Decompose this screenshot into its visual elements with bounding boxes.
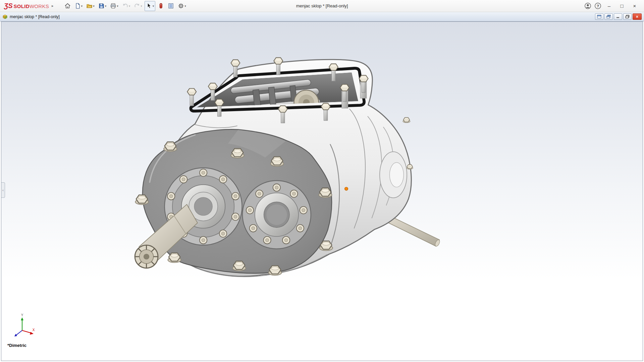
triad-x-arrow [30,332,34,335]
cascade-windows-icon [606,15,611,18]
document-minimize-button[interactable] [614,13,622,20]
tail-bolt [403,118,410,123]
secondary-bearing-cover [243,181,311,249]
undo-icon [122,3,128,9]
svg-text:?: ? [596,4,599,8]
document-window-controls: × [595,13,642,20]
save-icon [98,3,105,9]
account-icon [584,2,591,9]
brand-logo-icon: ƷS [4,2,13,10]
home-button[interactable] [63,1,72,11]
help-button[interactable]: ? [593,1,602,11]
maximize-button[interactable]: □ [616,1,628,11]
settings-dropdown-caret: ▾ [184,4,186,8]
feature-panel-collapse-tab[interactable]: ‹ [1,182,5,198]
settings-button[interactable]: ▾ [176,1,187,11]
undo-dropdown-caret: ▾ [129,4,130,8]
help-icon: ? [594,2,601,9]
orientation-triad: Y X [10,314,36,340]
mouse-gestures-icon [158,3,164,9]
gearbox-3d-view[interactable] [1,22,643,361]
solidworks-brand: ƷS SOLIDWORKS ▸ [3,2,56,10]
triad-y-label: Y [21,314,23,317]
save-dropdown-caret: ▾ [105,4,107,8]
redo-button[interactable]: ▾ [132,1,144,11]
redo-dropdown-caret: ▾ [141,4,142,8]
document-close-button[interactable]: × [633,13,642,20]
account-button[interactable] [583,1,592,11]
select-cursor-icon [146,3,152,9]
minimize-button[interactable]: – [603,1,615,11]
close-button[interactable]: × [629,1,641,11]
brand-name-light: WORKS [30,3,49,9]
open-dropdown-caret: ▾ [93,4,95,8]
brand-expand-icon[interactable]: ▸ [52,4,54,8]
minimize-icon [616,15,620,18]
open-folder-icon [86,3,93,9]
new-window-icon [597,15,601,18]
brand-name-bold: SOLID [14,3,30,9]
document-restore-button[interactable] [623,13,632,20]
settings-gear-icon [178,3,184,9]
new-document-icon [74,3,81,9]
graphics-area[interactable]: ‹ Y X *Dimetric [1,21,643,361]
print-icon [110,3,116,9]
new-dropdown-caret: ▾ [81,4,83,8]
select-dropdown-caret: ▾ [153,4,154,8]
selection-marker [345,187,348,190]
document-properties-icon [168,3,174,9]
redo-icon [134,3,140,9]
document-titlebar: menjac sklop * [Read-only] [0,12,644,21]
document-title: menjac sklop * [Read-only] [10,14,60,19]
window-title: menjac sklop * [Read-only] [296,3,348,8]
new-document-button[interactable]: ▾ [73,1,84,11]
save-button[interactable]: ▾ [97,1,108,11]
solidworks-window: ƷS SOLIDWORKS ▸ ▾ [0,0,644,361]
tail-end-cap [380,152,407,198]
mouse-gestures-button[interactable] [156,1,165,11]
titlebar-right-controls: ? – □ × [583,1,641,11]
restore-icon [625,15,630,18]
print-button[interactable]: ▾ [109,1,120,11]
document-properties-button[interactable] [166,1,175,11]
home-icon [64,3,71,9]
titlebar: ƷS SOLIDWORKS ▸ ▾ [0,0,644,12]
select-tool-button[interactable]: ▾ [145,1,156,11]
view-orientation-label: *Dimetric [7,343,26,348]
new-window-button[interactable] [595,13,603,20]
open-button[interactable]: ▾ [85,1,96,11]
triad-y-arrow [21,317,23,320]
undo-button[interactable]: ▾ [121,1,132,11]
triad-z-arrow [14,334,17,336]
cascade-windows-button[interactable] [604,13,613,20]
quick-toolbar: ▾ ▾ ▾ [63,1,187,11]
triad-x-label: X [33,328,35,332]
assembly-document-icon [2,14,8,19]
gearbox-model[interactable] [135,58,440,277]
print-dropdown-caret: ▾ [117,4,118,8]
